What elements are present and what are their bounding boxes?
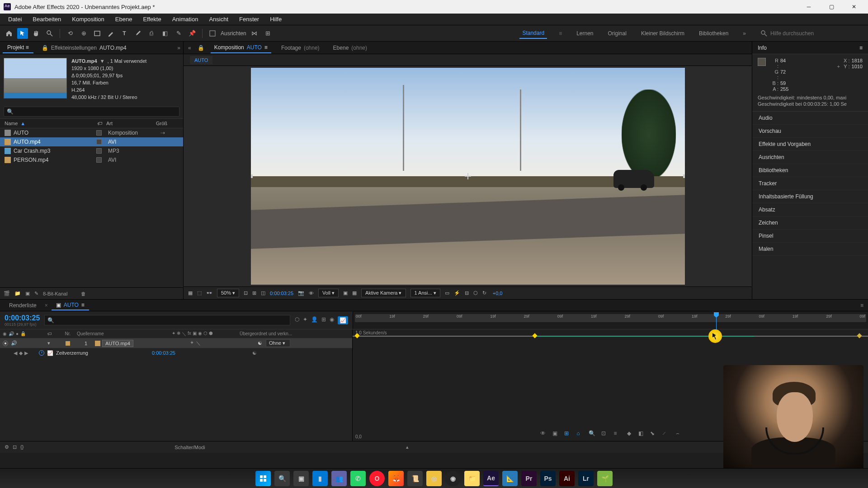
property-value[interactable]: 0:00:03:25 [152, 350, 175, 356]
info-tab[interactable]: Info [758, 45, 767, 51]
label-swatch[interactable] [96, 139, 102, 145]
menu-ebene[interactable]: Ebene [111, 14, 137, 24]
timeline-comp-tab[interactable]: ▣ AUTO ≡ [52, 300, 89, 310]
stopwatch-icon[interactable] [39, 350, 44, 356]
project-item[interactable]: PERSON.mp4 AVI [0, 155, 183, 164]
edit-keyframe-button[interactable]: ◆ [624, 429, 633, 437]
views-dropdown[interactable]: 1 Ansi... ▾ [410, 289, 440, 297]
viewer-time[interactable]: 0:00:03:25 [270, 291, 293, 296]
new-comp-button[interactable]: ▣ [25, 291, 30, 296]
transparency-grid-toggle[interactable]: ▦ [352, 290, 357, 296]
footage-tab[interactable]: Footage (ohne) [278, 43, 323, 53]
obs-button[interactable]: ◉ [445, 471, 461, 486]
roi-toggle[interactable]: ▣ [343, 290, 348, 296]
panel-malen[interactable]: Malen [752, 243, 868, 256]
menu-hilfe[interactable]: Hilfe [265, 14, 286, 24]
convert-hold-button[interactable]: ◧ [636, 429, 645, 437]
convert-linear-button[interactable]: ⬊ [648, 429, 657, 437]
always-preview-toggle[interactable]: ▦ [188, 290, 193, 296]
task-view-button[interactable]: ▣ [293, 471, 309, 486]
panel-content-aware[interactable]: Inhaltsbasierte Füllung [752, 190, 868, 203]
layer-row[interactable]: 🔊 ▾ 1 AUTO.mp4 ✦＼ ☯ Ohne ▾ [0, 338, 352, 348]
draft-3d-toggle[interactable]: ✦ [303, 316, 307, 324]
workspace-original[interactable]: Original [605, 28, 629, 38]
toggle-inpoint-button[interactable]: {} [20, 444, 24, 450]
pixel-aspect-toggle[interactable]: ▭ [445, 290, 449, 296]
workspace-bibliotheken[interactable]: Bibliotheken [696, 28, 731, 38]
project-item[interactable]: AUTO.mp4 AVI [0, 137, 183, 146]
panel-zeichen[interactable]: Zeichen [752, 216, 868, 230]
resolution-dropdown[interactable]: Voll ▾ [318, 289, 339, 297]
parent-dropdown[interactable]: Ohne ▾ [266, 339, 290, 347]
motion-blur-toggle[interactable]: ◉ [330, 316, 334, 324]
col-size[interactable]: Größ [156, 121, 167, 126]
project-item[interactable]: AUTO Komposition ⇢ [0, 128, 183, 137]
keyframe[interactable] [857, 333, 862, 338]
menu-ansicht[interactable]: Ansicht [204, 14, 233, 24]
fast-preview-button[interactable]: ⚡ [454, 290, 460, 296]
menu-fenster[interactable]: Fenster [235, 14, 264, 24]
workspace-standard[interactable]: Standard [519, 28, 547, 39]
panel-tracker[interactable]: Tracker [752, 177, 868, 190]
orbit-tool[interactable]: ⟲ [65, 28, 75, 39]
layer-handle[interactable] [683, 174, 685, 178]
zoom-tool[interactable] [44, 28, 55, 39]
selected-keyframe[interactable] [708, 329, 722, 343]
zoom-dropdown[interactable]: 50% ▾ [217, 289, 239, 297]
timeline-current-time[interactable]: 0:00:03:25 [5, 314, 40, 322]
photoshop-button[interactable]: Ps [540, 471, 556, 486]
selection-tool[interactable] [17, 28, 28, 39]
timeline-button[interactable]: ⊟ [465, 290, 469, 296]
close-button[interactable]: ✕ [847, 4, 861, 10]
new-folder-button[interactable]: 📁 [14, 291, 21, 296]
fit-selection-button[interactable]: 🔍 [587, 429, 596, 437]
comp-breadcrumb[interactable]: AUTO [190, 56, 212, 64]
explorer-button[interactable]: 📁 [464, 471, 480, 486]
layer-handle[interactable] [251, 174, 253, 178]
guides-toggle[interactable]: ◫ [261, 290, 265, 296]
hide-shy-toggle[interactable]: 👤 [311, 316, 318, 324]
comp-mini-flowchart[interactable]: ⬡ [295, 316, 299, 324]
easy-ease-button[interactable]: ⌢ [673, 429, 682, 437]
workspace-lernen[interactable]: Lernen [574, 28, 596, 38]
menu-animation[interactable]: Animation [168, 14, 203, 24]
viewer[interactable] [184, 66, 752, 286]
show-props-button[interactable]: 👁 [538, 429, 547, 437]
col-type[interactable]: Art [106, 121, 113, 126]
brush-tool[interactable] [132, 28, 143, 39]
snapshot-button[interactable]: 📷 [298, 290, 304, 296]
timeline-ruler[interactable]: 00f19f29f09f 19f29f09f19f 29f09f19f29f 0… [353, 311, 868, 329]
panel-vorschau[interactable]: Vorschau [752, 125, 868, 138]
whatsapp-button[interactable]: ✆ [350, 471, 366, 486]
workspace-kleiner[interactable]: Kleiner Bildschirm [638, 28, 687, 38]
workspace-overflow[interactable]: » [740, 28, 749, 38]
opera-button[interactable]: O [369, 471, 385, 486]
lightroom-button[interactable]: Lr [578, 471, 594, 486]
mask-toggle[interactable]: 👓 [206, 290, 212, 296]
panel-audio[interactable]: Audio [752, 112, 868, 125]
switches-modes-toggle[interactable]: Schalter/Modi [175, 445, 205, 450]
panel-pinsel[interactable]: Pinsel [752, 230, 868, 243]
expression-pickwhip[interactable]: ☯ [252, 350, 257, 356]
asset-dropdown[interactable]: ▼ [100, 58, 105, 65]
snap-options[interactable]: ⋈ [249, 28, 260, 39]
snap-to-grid[interactable]: ⊞ [263, 28, 274, 39]
col-name[interactable]: Name [5, 121, 18, 126]
graph-options-button[interactable]: ▣ [550, 429, 559, 437]
new-adjustment-button[interactable]: ✎ [34, 291, 38, 296]
reset-exposure-button[interactable]: ↻ [482, 290, 486, 296]
audio-toggle[interactable]: 🔊 [11, 340, 17, 346]
resolution-toggle[interactable]: ⊡ [244, 290, 248, 296]
taskbar-app[interactable]: 📜 [407, 471, 423, 486]
taskbar-app[interactable]: 📐 [502, 471, 518, 486]
comp-flow-icon[interactable]: ⇢ [160, 130, 179, 136]
project-search[interactable]: 🔍 [4, 107, 179, 117]
render-queue-tab[interactable]: Renderliste [5, 301, 41, 310]
auto-zoom-button[interactable]: ⌂ [574, 429, 583, 437]
twirl-icon[interactable]: ▾ [47, 340, 50, 346]
asset-thumbnail[interactable] [4, 58, 67, 99]
eraser-tool[interactable]: ◧ [160, 28, 170, 39]
after-effects-button[interactable]: Ae [483, 471, 499, 486]
minimize-button[interactable]: ─ [802, 4, 816, 10]
exposure-value[interactable]: +0,0 [493, 291, 503, 296]
